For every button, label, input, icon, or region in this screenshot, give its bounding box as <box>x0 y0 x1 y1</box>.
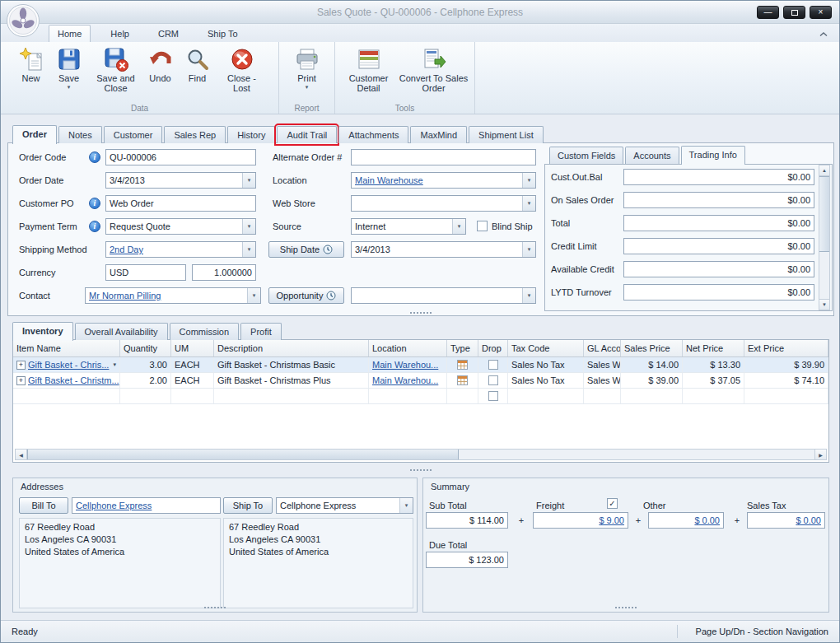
bill-to-name-field[interactable]: Cellphone Express <box>72 497 221 514</box>
drop-checkbox[interactable] <box>488 391 498 401</box>
order-code-field[interactable]: QU-000006 <box>105 149 256 165</box>
tab-order[interactable]: Order <box>12 125 57 144</box>
tab-sales-rep[interactable]: Sales Rep <box>164 126 226 143</box>
dropdown-icon[interactable]: ▾ <box>242 242 255 257</box>
save-and-close-button[interactable]: Save and Close <box>90 44 142 104</box>
dropdown-icon[interactable]: ▾ <box>522 242 535 257</box>
available-credit-field[interactable]: $0.00 <box>623 261 814 277</box>
tax-cell[interactable]: Sales No Tax <box>508 357 584 372</box>
bill-to-address[interactable]: 67 Reedley Road Los Angeles CA 90031 Uni… <box>19 518 221 608</box>
type-cell[interactable] <box>447 373 478 388</box>
freight-field[interactable]: $ 9.00 <box>533 512 628 529</box>
tab-custom-fields[interactable]: Custom Fields <box>549 147 623 164</box>
tab-history[interactable]: History <box>227 126 275 143</box>
dropdown-icon[interactable]: ▾ <box>452 219 465 234</box>
tab-notes[interactable]: Notes <box>58 126 102 143</box>
splitter-grip[interactable] <box>410 469 432 472</box>
ship-to-address[interactable]: 67 Reedley Road Los Angeles CA 90031 Uni… <box>223 518 413 608</box>
col-net-price[interactable]: Net Price <box>683 340 744 356</box>
drop-checkbox[interactable] <box>488 360 498 370</box>
blind-ship-checkbox[interactable] <box>477 221 488 231</box>
maximize-button[interactable] <box>783 6 805 19</box>
col-location[interactable]: Location <box>369 340 447 356</box>
splitter-grip[interactable] <box>410 312 432 315</box>
scrollbar-thumb[interactable] <box>27 450 459 459</box>
alternate-order-field[interactable] <box>351 149 536 165</box>
opportunity-field[interactable]: ▾ <box>351 287 536 304</box>
dropdown-icon[interactable]: ▾ <box>247 288 260 303</box>
close-button[interactable]: × <box>810 6 832 19</box>
drop-cell[interactable] <box>478 373 508 388</box>
item-link[interactable]: Gift Basket - Chris... <box>28 360 109 370</box>
info-icon[interactable]: i <box>89 221 100 232</box>
lytd-turnover-field[interactable]: $0.00 <box>623 284 814 301</box>
scrollbar-thumb[interactable] <box>819 176 829 252</box>
app-logo-icon[interactable] <box>6 3 40 38</box>
customer-detail-button[interactable]: Customer Detail <box>341 44 397 104</box>
due-total-field[interactable]: $ 123.00 <box>426 552 508 568</box>
location-field[interactable]: Main Warehouse▾ <box>351 172 536 189</box>
um-cell[interactable]: EACH <box>171 373 214 388</box>
tab-commission[interactable]: Commission <box>170 323 240 340</box>
col-description[interactable]: Description <box>214 340 369 356</box>
tab-customer[interactable]: Customer <box>104 126 163 143</box>
dropdown-icon[interactable]: ▾ <box>242 219 255 234</box>
expand-icon[interactable]: + <box>16 361 26 370</box>
location-link[interactable]: Main Warehou... <box>372 360 438 370</box>
other-field[interactable]: $ 0.00 <box>648 512 724 529</box>
ext-price-cell[interactable]: $ 74.10 <box>744 373 828 388</box>
bill-to-button[interactable]: Bill To <box>19 497 68 514</box>
sales-price-cell[interactable]: $ 39.00 <box>621 373 683 388</box>
tab-accounts[interactable]: Accounts <box>625 147 679 164</box>
source-field[interactable]: Internet▾ <box>351 218 466 235</box>
gl-cell[interactable]: Sales Wh <box>584 373 621 388</box>
credit-limit-field[interactable]: $0.00 <box>623 238 814 254</box>
col-gl-account[interactable]: GL Accou <box>584 340 621 356</box>
sales-tax-field[interactable]: $ 0.00 <box>747 512 825 529</box>
drop-checkbox[interactable] <box>488 375 498 385</box>
dropdown-icon[interactable]: ▾ <box>522 196 535 211</box>
ship-date-field[interactable]: 3/4/2013▾ <box>351 241 536 258</box>
save-button[interactable]: Save ▾ <box>50 44 88 104</box>
um-cell[interactable]: EACH <box>171 357 214 372</box>
contact-field[interactable]: Mr Norman Pilling▾ <box>85 287 261 304</box>
web-store-field[interactable]: ▾ <box>351 195 536 212</box>
print-button[interactable]: Print ▾ <box>286 44 329 104</box>
undo-button[interactable]: Undo <box>144 44 177 104</box>
dropdown-icon[interactable]: ▾ <box>113 361 116 368</box>
ship-to-button[interactable]: Ship To <box>223 497 273 514</box>
scroll-up-icon[interactable]: ▲ <box>819 165 829 176</box>
col-type[interactable]: Type <box>447 340 478 356</box>
scroll-left-icon[interactable]: ◀ <box>16 450 27 459</box>
print-dropdown-icon[interactable]: ▾ <box>306 84 309 91</box>
trading-scrollbar[interactable]: ▲ ▼ <box>819 165 830 310</box>
qty-cell[interactable]: 3.00 <box>120 357 171 372</box>
currency-field[interactable]: USD <box>105 264 186 281</box>
order-date-field[interactable]: 3/4/2013▾ <box>105 172 256 189</box>
item-link[interactable]: Gift Basket - Christm... <box>28 375 119 385</box>
tax-cell[interactable]: Sales No Tax <box>508 373 584 388</box>
net-price-cell[interactable]: $ 37.05 <box>683 373 744 388</box>
ribbon-tab-shipto[interactable]: Ship To <box>198 25 247 42</box>
table-row-empty[interactable] <box>13 389 828 404</box>
freight-checkbox[interactable]: ✓ <box>607 498 618 509</box>
tab-audit-trail[interactable]: Audit Trail <box>277 126 337 143</box>
tab-trading-info[interactable]: Trading Info <box>681 146 745 165</box>
drop-cell[interactable] <box>478 357 508 372</box>
desc-cell[interactable]: Gift Basket - Christmas Plus <box>214 373 369 388</box>
on-sales-order-field[interactable]: $0.00 <box>623 192 814 208</box>
cust-out-bal-field[interactable]: $0.00 <box>623 169 814 185</box>
ext-price-cell[interactable]: $ 39.90 <box>744 357 828 372</box>
gl-cell[interactable]: Sales Wh <box>584 357 621 372</box>
col-quantity[interactable]: Quantity <box>120 340 171 356</box>
col-drop[interactable]: Drop <box>478 340 508 356</box>
currency-rate-field[interactable]: 1.000000 <box>192 264 256 281</box>
ribbon-tab-help[interactable]: Help <box>101 25 138 42</box>
dropdown-icon[interactable]: ▾ <box>242 173 255 188</box>
sales-price-cell[interactable]: $ 14.00 <box>621 357 683 372</box>
find-button[interactable]: Find <box>179 44 217 104</box>
tab-overall-availability[interactable]: Overall Availability <box>75 323 168 340</box>
col-um[interactable]: UM <box>171 340 214 356</box>
close-lost-button[interactable]: Close - Lost <box>218 44 266 104</box>
tab-shipment-list[interactable]: Shipment List <box>469 126 544 143</box>
